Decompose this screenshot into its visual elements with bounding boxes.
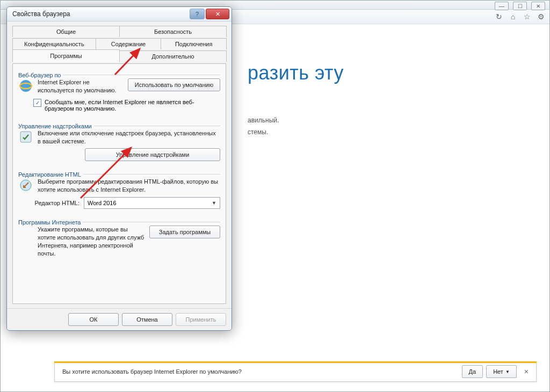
html-editor-select[interactable]: Word 2016 ▼ <box>84 197 220 209</box>
ok-button[interactable]: ОК <box>68 313 119 326</box>
page-line-1: авильный. <box>248 117 528 124</box>
page-line-2: стемы. <box>248 128 528 136</box>
tab-advanced[interactable]: Дополнительно <box>119 50 227 62</box>
set-programs-button[interactable]: Задать программы <box>149 226 220 238</box>
group-html-editing: Редактирование HTML Выберите программу р… <box>18 168 220 210</box>
tab-content[interactable]: Содержание <box>96 38 162 49</box>
default-browser-notification: Вы хотите использовать браузер Internet … <box>54 361 537 382</box>
window-maximize-button[interactable]: ☐ <box>513 2 527 10</box>
dialog-title: Свойства браузера <box>12 10 189 18</box>
home-icon[interactable]: ⌂ <box>509 12 517 21</box>
addons-icon <box>18 129 33 144</box>
ie-icon <box>18 78 33 93</box>
notification-text: Вы хотите использовать браузер Internet … <box>60 368 459 375</box>
manage-addons-button[interactable]: Управление надстройками <box>85 148 220 161</box>
window-minimize-button[interactable]: — <box>495 2 509 10</box>
chevron-down-icon: ▼ <box>212 200 216 206</box>
cancel-button[interactable]: Отмена <box>122 313 172 326</box>
dialog-close-button[interactable]: ✕ <box>206 9 229 19</box>
notification-yes-button[interactable]: Да <box>462 365 483 378</box>
chevron-down-icon: ▼ <box>505 369 510 374</box>
window-close-button[interactable]: ✕ <box>531 2 545 10</box>
svg-point-0 <box>20 80 32 92</box>
notify-default-label: Сообщать мне, если Internet Explorer не … <box>45 99 220 112</box>
gear-icon[interactable]: ⚙ <box>537 12 545 21</box>
group-default-browser: Веб-браузер по Internet Explorer не испо… <box>18 68 220 114</box>
refresh-icon[interactable]: ↻ <box>495 12 503 21</box>
html-editor-label: Редактор HTML: <box>33 200 79 206</box>
tab-connections[interactable]: Подключения <box>161 38 227 49</box>
dialog-titlebar[interactable]: Свойства браузера ? ✕ <box>7 7 231 21</box>
group-addons: Управление надстройками Включение или от… <box>18 119 220 163</box>
internet-options-dialog: Свойства браузера ? ✕ Общие Безопасность… <box>6 6 232 331</box>
tab-general[interactable]: Общие <box>12 26 120 37</box>
notify-default-checkbox[interactable]: ✓ <box>33 99 41 107</box>
notification-close-button[interactable]: × <box>522 367 531 376</box>
tab-programs[interactable]: Программы <box>12 49 120 62</box>
set-default-button[interactable]: Использовать по умолчанию <box>128 78 220 91</box>
notification-no-button[interactable]: Нет▼ <box>486 365 517 378</box>
tab-security[interactable]: Безопасность <box>119 26 227 37</box>
favorites-icon[interactable]: ☆ <box>523 12 531 21</box>
page-heading: разить эту <box>248 62 528 84</box>
dialog-footer: ОК Отмена Применить <box>7 308 231 330</box>
html-edit-icon <box>18 178 33 193</box>
dialog-tabs: Общие Безопасность Конфиденциальность Со… <box>12 25 226 62</box>
programs-panel: Веб-браузер по Internet Explorer не испо… <box>12 63 226 304</box>
group-internet-programs: Программы Интернета Укажите программы, к… <box>18 215 220 258</box>
dialog-help-button[interactable]: ? <box>190 9 205 19</box>
apply-button[interactable]: Применить <box>176 313 226 326</box>
tab-privacy[interactable]: Конфиденциальность <box>12 38 96 49</box>
